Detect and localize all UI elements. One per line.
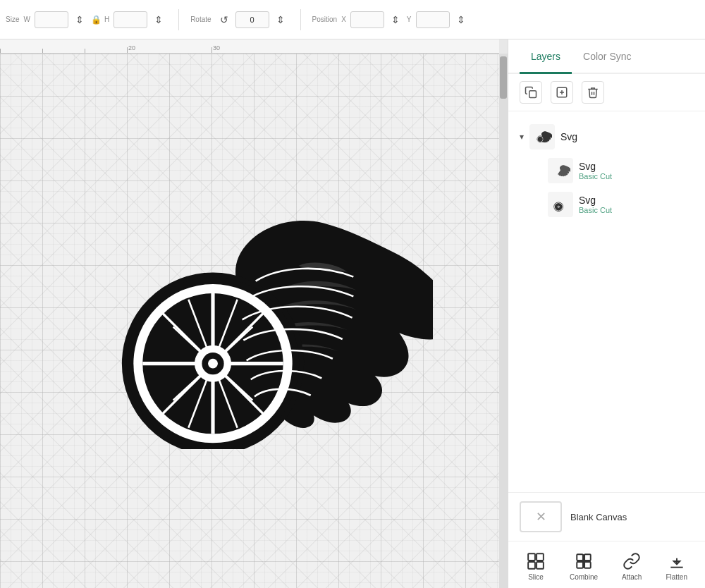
height-stepper[interactable]: ⇕ <box>150 11 167 28</box>
svg-rect-34 <box>584 562 591 568</box>
attach-icon <box>622 551 642 571</box>
y-stepper[interactable]: ⇕ <box>453 11 470 28</box>
layers-list: ▾ Svg <box>508 111 705 492</box>
blank-canvas-label: Blank Canvas <box>570 512 627 522</box>
rotate-icon[interactable]: ↺ <box>216 11 233 28</box>
layer-item-svg1[interactable]: Svg Basic Cut <box>520 154 694 188</box>
vertical-scrollbar[interactable] <box>499 54 508 588</box>
attach-button[interactable]: Attach <box>616 549 647 584</box>
panel-tabs: Layers Color Sync <box>508 39 705 74</box>
rotate-label: Rotate <box>190 16 211 23</box>
layer-group-svg: ▾ Svg <box>508 117 705 224</box>
ruler-mark-30: 30 <box>213 44 220 51</box>
tab-color-sync[interactable]: Color Sync <box>572 39 642 74</box>
blank-canvas-row: Blank Canvas <box>520 501 694 532</box>
x-input[interactable] <box>350 11 384 28</box>
width-input[interactable] <box>35 11 68 28</box>
svg-point-26 <box>558 206 559 207</box>
svg-rect-27 <box>528 553 535 561</box>
x-stepper[interactable]: ⇕ <box>387 11 404 28</box>
svg-rect-28 <box>537 553 544 561</box>
layer-group-header[interactable]: ▾ Svg <box>520 120 694 154</box>
canvas-area[interactable]: 20 30 <box>0 39 508 588</box>
layer-item-svg2[interactable]: Svg Basic Cut <box>520 188 694 221</box>
svg-point-13 <box>208 359 218 369</box>
slice-button[interactable]: Slice <box>520 549 551 584</box>
toolbar-position-group: Position X ⇕ Y ⇕ <box>312 11 470 28</box>
layer-item-2-thumb <box>548 192 573 217</box>
scrollbar-thumb <box>500 56 507 99</box>
panel-action-bar: Slice Combine Attach Flatten <box>508 541 705 588</box>
blank-canvas-thumb <box>520 501 562 532</box>
svg-rect-30 <box>537 562 544 569</box>
canvas-grid <box>0 54 499 588</box>
x-label: X <box>341 16 346 23</box>
toolbar-rotate-group: Rotate ↺ ⇕ <box>190 11 288 28</box>
w-label: W <box>23 16 30 23</box>
svg-rect-31 <box>577 554 583 561</box>
attach-label: Attach <box>622 573 642 581</box>
toolbar-size-group: Size W ⇕ 🔒 H ⇕ <box>6 11 167 28</box>
svg-rect-15 <box>529 91 537 98</box>
rotate-stepper[interactable]: ⇕ <box>272 11 289 28</box>
rotate-input[interactable] <box>235 11 269 28</box>
layer-group-name: Svg <box>560 131 577 142</box>
chevron-down-icon: ▾ <box>520 132 524 142</box>
flatten-icon <box>667 551 687 571</box>
ruler-horizontal: 20 30 <box>0 39 499 54</box>
canvas-logo <box>66 192 433 449</box>
flatten-button[interactable]: Flatten <box>660 549 693 584</box>
combine-button[interactable]: Combine <box>564 549 603 584</box>
layer-item-1-info: Svg Basic Cut <box>579 161 612 180</box>
lock-icon: 🔒 <box>91 15 102 25</box>
delete-layer-button[interactable] <box>582 81 604 104</box>
h-label: H <box>104 16 109 23</box>
svg-point-21 <box>538 137 543 142</box>
layer-group-thumb <box>529 124 555 149</box>
tab-layers[interactable]: Layers <box>520 39 572 74</box>
layer-item-1-name: Svg <box>579 161 612 172</box>
layer-item-2-name: Svg <box>579 195 612 206</box>
svg-rect-33 <box>577 562 583 568</box>
position-label: Position <box>312 16 338 23</box>
divider-1 <box>178 9 179 30</box>
height-input[interactable] <box>114 11 147 28</box>
width-stepper[interactable]: ⇕ <box>71 11 88 28</box>
divider-2 <box>300 9 301 30</box>
slice-icon <box>526 551 546 571</box>
svg-rect-32 <box>584 554 591 561</box>
panel-toolbar <box>508 74 705 111</box>
layer-item-2-sub: Basic Cut <box>579 206 612 214</box>
panel-bottom: Blank Canvas <box>508 492 705 541</box>
svg-rect-29 <box>528 562 535 569</box>
ruler-mark-20: 20 <box>128 44 135 51</box>
add-group-button[interactable] <box>551 81 573 104</box>
copy-layer-button[interactable] <box>520 81 542 104</box>
layer-item-2-info: Svg Basic Cut <box>579 195 612 214</box>
combine-label: Combine <box>570 573 598 581</box>
main-area: 20 30 <box>0 39 705 588</box>
size-label: Size <box>6 16 19 23</box>
combine-icon <box>574 551 594 571</box>
y-label: Y <box>407 16 412 23</box>
slice-label: Slice <box>528 573 544 581</box>
y-input[interactable] <box>416 11 450 28</box>
layer-item-1-sub: Basic Cut <box>579 172 612 180</box>
right-panel: Layers Color Sync ▾ <box>508 39 705 588</box>
layer-item-1-thumb <box>548 158 573 183</box>
main-toolbar: Size W ⇕ 🔒 H ⇕ Rotate ↺ ⇕ Position X ⇕ Y… <box>0 0 705 39</box>
flatten-label: Flatten <box>666 573 687 581</box>
